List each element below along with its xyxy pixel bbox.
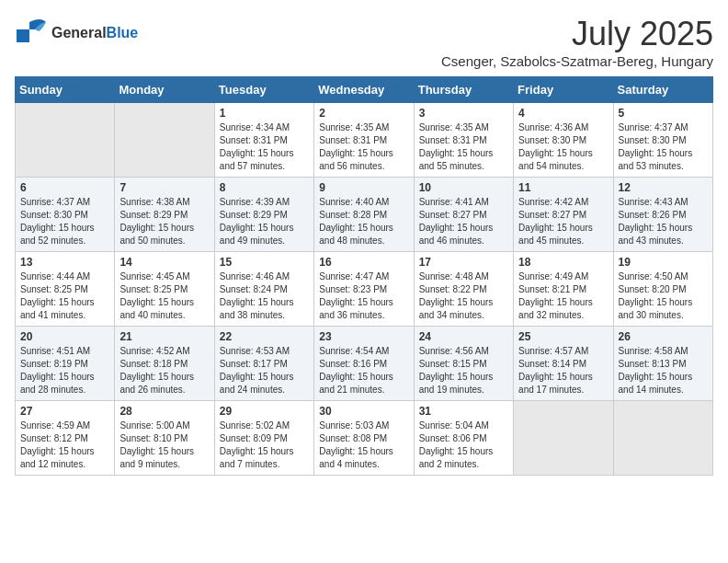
day-info: Sunrise: 4:48 AM Sunset: 8:22 PM Dayligh…	[419, 270, 508, 322]
calendar-cell: 10Sunrise: 4:41 AM Sunset: 8:27 PM Dayli…	[414, 178, 513, 252]
calendar-cell: 28Sunrise: 5:00 AM Sunset: 8:10 PM Dayli…	[115, 401, 214, 476]
weekday-header-saturday: Saturday	[613, 77, 712, 103]
day-info: Sunrise: 4:37 AM Sunset: 8:30 PM Dayligh…	[619, 121, 708, 173]
weekday-header-row: SundayMondayTuesdayWednesdayThursdayFrid…	[16, 77, 713, 103]
day-number: 29	[220, 405, 309, 418]
day-info: Sunrise: 4:57 AM Sunset: 8:14 PM Dayligh…	[518, 345, 608, 396]
day-number: 25	[518, 330, 608, 343]
calendar-cell: 16Sunrise: 4:47 AM Sunset: 8:23 PM Dayli…	[314, 252, 414, 327]
svg-rect-0	[17, 29, 29, 42]
day-number: 12	[619, 181, 708, 194]
day-info: Sunrise: 4:39 AM Sunset: 8:29 PM Dayligh…	[220, 196, 309, 247]
month-title: July 2025	[441, 15, 713, 53]
day-info: Sunrise: 4:59 AM Sunset: 8:12 PM Dayligh…	[20, 419, 109, 471]
day-number: 17	[419, 256, 508, 269]
calendar-cell	[514, 401, 613, 476]
calendar-cell: 17Sunrise: 4:48 AM Sunset: 8:22 PM Dayli…	[414, 252, 513, 327]
calendar-cell: 2Sunrise: 4:35 AM Sunset: 8:31 PM Daylig…	[314, 103, 414, 178]
day-number: 9	[319, 181, 408, 194]
week-row-1: 1Sunrise: 4:34 AM Sunset: 8:31 PM Daylig…	[16, 103, 713, 178]
day-number: 26	[619, 330, 708, 343]
day-number: 13	[20, 256, 109, 269]
day-number: 1	[220, 107, 309, 120]
weekday-header-thursday: Thursday	[414, 77, 513, 103]
day-number: 27	[20, 405, 109, 418]
calendar-cell: 30Sunrise: 5:03 AM Sunset: 8:08 PM Dayli…	[314, 401, 414, 476]
day-info: Sunrise: 5:02 AM Sunset: 8:09 PM Dayligh…	[220, 419, 309, 471]
weekday-header-friday: Friday	[514, 77, 613, 103]
day-info: Sunrise: 4:47 AM Sunset: 8:23 PM Dayligh…	[319, 270, 408, 322]
day-info: Sunrise: 4:53 AM Sunset: 8:17 PM Dayligh…	[220, 345, 309, 396]
day-number: 18	[518, 256, 608, 269]
calendar-cell: 23Sunrise: 4:54 AM Sunset: 8:16 PM Dayli…	[314, 327, 414, 401]
weekday-header-tuesday: Tuesday	[214, 77, 313, 103]
day-number: 11	[518, 181, 608, 194]
calendar-cell: 6Sunrise: 4:37 AM Sunset: 8:30 PM Daylig…	[16, 178, 115, 252]
calendar-cell	[613, 401, 712, 476]
calendar-cell: 24Sunrise: 4:56 AM Sunset: 8:15 PM Dayli…	[414, 327, 513, 401]
calendar-cell: 18Sunrise: 4:49 AM Sunset: 8:21 PM Dayli…	[514, 252, 613, 327]
day-number: 4	[518, 107, 608, 120]
day-number: 28	[119, 405, 209, 418]
calendar-cell: 9Sunrise: 4:40 AM Sunset: 8:28 PM Daylig…	[314, 178, 414, 252]
calendar-cell: 4Sunrise: 4:36 AM Sunset: 8:30 PM Daylig…	[514, 103, 613, 178]
week-row-5: 27Sunrise: 4:59 AM Sunset: 8:12 PM Dayli…	[16, 401, 713, 476]
calendar-cell: 21Sunrise: 4:52 AM Sunset: 8:18 PM Dayli…	[115, 327, 214, 401]
day-info: Sunrise: 4:40 AM Sunset: 8:28 PM Dayligh…	[319, 196, 408, 247]
calendar-cell	[16, 103, 115, 178]
day-info: Sunrise: 4:35 AM Sunset: 8:31 PM Dayligh…	[419, 121, 508, 173]
day-info: Sunrise: 4:37 AM Sunset: 8:30 PM Dayligh…	[20, 196, 109, 247]
day-info: Sunrise: 5:03 AM Sunset: 8:08 PM Dayligh…	[319, 419, 408, 471]
day-number: 19	[619, 256, 708, 269]
logo: GeneralBlue	[15, 15, 138, 52]
logo-text: GeneralBlue	[51, 25, 138, 41]
calendar-cell: 11Sunrise: 4:42 AM Sunset: 8:27 PM Dayli…	[514, 178, 613, 252]
day-info: Sunrise: 4:49 AM Sunset: 8:21 PM Dayligh…	[518, 270, 608, 322]
day-number: 31	[419, 405, 508, 418]
week-row-2: 6Sunrise: 4:37 AM Sunset: 8:30 PM Daylig…	[16, 178, 713, 252]
calendar-cell: 14Sunrise: 4:45 AM Sunset: 8:25 PM Dayli…	[115, 252, 214, 327]
day-number: 15	[220, 256, 309, 269]
day-info: Sunrise: 4:56 AM Sunset: 8:15 PM Dayligh…	[419, 345, 508, 396]
weekday-header-wednesday: Wednesday	[314, 77, 414, 103]
day-info: Sunrise: 4:36 AM Sunset: 8:30 PM Dayligh…	[518, 121, 608, 173]
day-info: Sunrise: 4:45 AM Sunset: 8:25 PM Dayligh…	[119, 270, 209, 322]
day-info: Sunrise: 4:51 AM Sunset: 8:19 PM Dayligh…	[20, 345, 109, 396]
calendar-cell: 27Sunrise: 4:59 AM Sunset: 8:12 PM Dayli…	[16, 401, 115, 476]
day-number: 24	[419, 330, 508, 343]
location-title: Csenger, Szabolcs-Szatmar-Bereg, Hungary	[441, 53, 713, 69]
day-number: 8	[220, 181, 309, 194]
calendar-cell: 26Sunrise: 4:58 AM Sunset: 8:13 PM Dayli…	[613, 327, 712, 401]
day-info: Sunrise: 5:00 AM Sunset: 8:10 PM Dayligh…	[119, 419, 209, 471]
day-info: Sunrise: 4:54 AM Sunset: 8:16 PM Dayligh…	[319, 345, 408, 396]
day-info: Sunrise: 4:41 AM Sunset: 8:27 PM Dayligh…	[419, 196, 508, 247]
calendar-cell: 13Sunrise: 4:44 AM Sunset: 8:25 PM Dayli…	[16, 252, 115, 327]
day-info: Sunrise: 5:04 AM Sunset: 8:06 PM Dayligh…	[419, 419, 508, 471]
calendar-table: SundayMondayTuesdayWednesdayThursdayFrid…	[15, 76, 713, 476]
day-number: 16	[319, 256, 408, 269]
day-info: Sunrise: 4:46 AM Sunset: 8:24 PM Dayligh…	[220, 270, 309, 322]
calendar-cell: 19Sunrise: 4:50 AM Sunset: 8:20 PM Dayli…	[613, 252, 712, 327]
calendar-cell: 8Sunrise: 4:39 AM Sunset: 8:29 PM Daylig…	[214, 178, 313, 252]
day-number: 30	[319, 405, 408, 418]
day-info: Sunrise: 4:52 AM Sunset: 8:18 PM Dayligh…	[119, 345, 209, 396]
day-info: Sunrise: 4:34 AM Sunset: 8:31 PM Dayligh…	[220, 121, 309, 173]
calendar-cell: 29Sunrise: 5:02 AM Sunset: 8:09 PM Dayli…	[214, 401, 313, 476]
day-info: Sunrise: 4:50 AM Sunset: 8:20 PM Dayligh…	[619, 270, 708, 322]
weekday-header-monday: Monday	[115, 77, 214, 103]
day-info: Sunrise: 4:42 AM Sunset: 8:27 PM Dayligh…	[518, 196, 608, 247]
day-number: 6	[20, 181, 109, 194]
calendar-cell: 20Sunrise: 4:51 AM Sunset: 8:19 PM Dayli…	[16, 327, 115, 401]
calendar-body: 1Sunrise: 4:34 AM Sunset: 8:31 PM Daylig…	[16, 103, 713, 476]
weekday-header-sunday: Sunday	[16, 77, 115, 103]
day-number: 5	[619, 107, 708, 120]
day-info: Sunrise: 4:43 AM Sunset: 8:26 PM Dayligh…	[619, 196, 708, 247]
calendar-cell: 12Sunrise: 4:43 AM Sunset: 8:26 PM Dayli…	[613, 178, 712, 252]
calendar-cell: 1Sunrise: 4:34 AM Sunset: 8:31 PM Daylig…	[214, 103, 313, 178]
day-info: Sunrise: 4:44 AM Sunset: 8:25 PM Dayligh…	[20, 270, 109, 322]
day-number: 7	[119, 181, 209, 194]
calendar-cell: 22Sunrise: 4:53 AM Sunset: 8:17 PM Dayli…	[214, 327, 313, 401]
day-info: Sunrise: 4:35 AM Sunset: 8:31 PM Dayligh…	[319, 121, 408, 173]
calendar-cell: 25Sunrise: 4:57 AM Sunset: 8:14 PM Dayli…	[514, 327, 613, 401]
week-row-4: 20Sunrise: 4:51 AM Sunset: 8:19 PM Dayli…	[16, 327, 713, 401]
